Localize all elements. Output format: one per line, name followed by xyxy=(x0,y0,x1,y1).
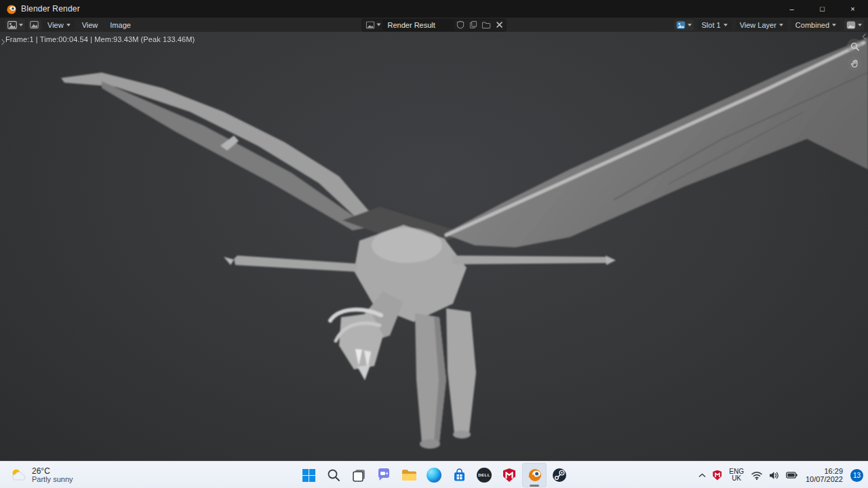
render-result-dragon-image xyxy=(0,32,868,461)
header-left-group: View View Image xyxy=(0,20,136,30)
chevron-down-icon xyxy=(688,24,692,26)
browse-image-dropdown[interactable] xyxy=(363,21,383,28)
steam-icon xyxy=(552,468,567,483)
editor-mode-icon-button[interactable] xyxy=(28,20,41,30)
view-mode-icon xyxy=(30,21,39,28)
dell-logo-text: DELL xyxy=(478,473,490,477)
render-slot-dropdown[interactable]: Slot 1 xyxy=(698,20,732,30)
language-line2: UK xyxy=(732,475,741,482)
mcafee-mini-shield-icon xyxy=(713,470,722,481)
view-layer-dropdown[interactable]: View Layer xyxy=(736,20,787,30)
image-datablock-selector: Render Result xyxy=(362,18,507,31)
unlink-x-button[interactable] xyxy=(493,19,506,30)
chevron-down-icon xyxy=(66,24,71,26)
pinned-image-toggle[interactable] xyxy=(674,20,694,30)
header-right-group: Slot 1 View Layer Combined xyxy=(674,20,865,30)
notification-count-badge[interactable]: 13 xyxy=(850,469,863,482)
windows-taskbar: 26°C Partly sunny xyxy=(0,461,868,488)
weather-text: 26°C Partly sunny xyxy=(32,467,73,483)
chevron-down-icon xyxy=(779,24,783,26)
fake-user-shield-button[interactable] xyxy=(454,19,467,30)
edge-browser-button[interactable] xyxy=(422,463,446,487)
window-titlebar: Blender Render – □ × xyxy=(0,0,868,18)
mcafee-tray-icon[interactable] xyxy=(710,464,724,486)
pan-hand-gizmo-button[interactable] xyxy=(847,56,862,71)
menu-image[interactable]: Image xyxy=(105,21,136,29)
task-view-button[interactable] xyxy=(347,463,371,487)
open-image-folder-button[interactable] xyxy=(480,19,493,30)
weather-sun-cloud-icon xyxy=(9,467,27,483)
menu-view[interactable]: View xyxy=(77,21,103,29)
image-editor-header: View View Image Render Result xyxy=(0,18,868,32)
image-icon xyxy=(366,21,375,28)
image-editor-icon xyxy=(7,21,17,29)
render-pass-dropdown[interactable]: Combined xyxy=(791,20,840,30)
editor-mode-dropdown[interactable]: View xyxy=(43,20,75,30)
dell-app-button[interactable]: DELL xyxy=(472,463,496,487)
task-view-icon xyxy=(352,468,366,483)
render-slot-label: Slot 1 xyxy=(702,21,721,29)
render-result-blue-icon xyxy=(676,21,686,29)
chevron-down-icon xyxy=(858,24,862,26)
window-controls: – □ × xyxy=(776,0,868,18)
store-bag-icon xyxy=(452,468,467,483)
clock-date: 10/07/2022 xyxy=(806,475,843,483)
blender-app-button[interactable] xyxy=(522,463,547,487)
region-expand-arrow-left[interactable] xyxy=(1,39,5,45)
start-button[interactable] xyxy=(296,463,321,487)
chat-icon xyxy=(376,468,391,483)
language-indicator[interactable]: ENG UK xyxy=(726,464,747,486)
tray-overflow-chevron[interactable] xyxy=(696,464,709,486)
window-title: Blender Render xyxy=(21,4,80,14)
blender-app-icon xyxy=(526,467,542,483)
region-collapse-arrow-right[interactable] xyxy=(862,33,867,40)
chat-teams-button[interactable] xyxy=(372,463,396,487)
render-pass-label: Combined xyxy=(795,21,829,29)
chevron-down-icon xyxy=(724,24,728,26)
weather-condition: Partly sunny xyxy=(32,475,73,483)
microsoft-store-button[interactable] xyxy=(447,463,471,487)
taskbar-app-icons: DELL xyxy=(296,463,572,487)
maximize-button[interactable]: □ xyxy=(807,0,837,18)
dell-logo-icon: DELL xyxy=(477,468,492,483)
mcafee-app-button[interactable] xyxy=(497,463,521,487)
close-button[interactable]: × xyxy=(837,0,868,18)
view-layer-label: View Layer xyxy=(740,21,776,29)
editor-mode-label: View xyxy=(47,21,64,29)
file-explorer-button[interactable] xyxy=(397,463,421,487)
chevron-down-icon xyxy=(19,24,23,26)
folder-icon xyxy=(401,468,417,482)
image-name-field[interactable]: Render Result xyxy=(383,19,454,30)
battery-indicator[interactable] xyxy=(783,464,800,486)
windows-logo-icon xyxy=(302,468,316,483)
chevron-down-icon xyxy=(832,24,836,26)
hand-icon xyxy=(850,59,859,68)
weather-widget[interactable]: 26°C Partly sunny xyxy=(4,464,79,487)
steam-app-button[interactable] xyxy=(547,463,572,487)
edge-icon xyxy=(427,468,441,483)
clock-widget[interactable]: 16:29 10/07/2022 xyxy=(802,464,847,486)
chevron-down-icon xyxy=(377,24,381,26)
weather-temperature: 26°C xyxy=(32,467,73,475)
display-channels-icon xyxy=(846,21,856,29)
image-editor-viewport: Frame:1 | Time:00:04.54 | Mem:93.43M (Pe… xyxy=(0,32,868,461)
blender-logo-icon xyxy=(6,4,16,14)
editor-type-dropdown[interactable] xyxy=(5,20,25,30)
active-app-indicator xyxy=(530,485,539,487)
mcafee-shield-icon xyxy=(503,468,515,482)
volume-indicator[interactable] xyxy=(766,464,782,486)
wifi-icon xyxy=(751,471,762,480)
battery-icon xyxy=(786,472,797,479)
zoom-gizmo-button[interactable] xyxy=(847,39,862,54)
magnifier-icon xyxy=(850,42,859,51)
chevron-up-icon xyxy=(698,473,706,478)
render-stats-text: Frame:1 | Time:00:04.54 | Mem:93.43M (Pe… xyxy=(5,35,195,43)
search-icon xyxy=(327,468,340,482)
new-image-button[interactable] xyxy=(467,19,480,30)
minimize-button[interactable]: – xyxy=(776,0,807,18)
taskbar-search-button[interactable] xyxy=(321,463,346,487)
system-tray: ENG UK 16:29 10/07/2022 13 xyxy=(696,462,865,488)
display-channels-dropdown[interactable] xyxy=(844,20,864,30)
wifi-indicator[interactable] xyxy=(749,464,765,486)
clock-time: 16:29 xyxy=(824,467,843,475)
